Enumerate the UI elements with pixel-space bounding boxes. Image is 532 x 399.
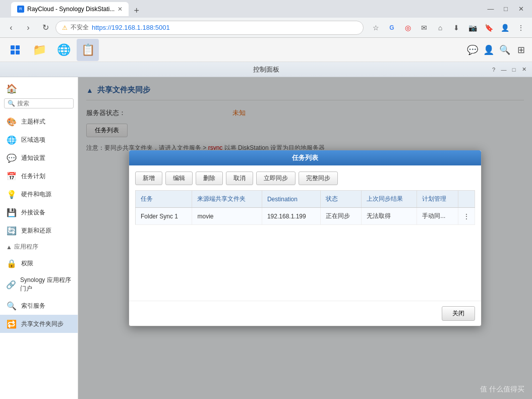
sidebar-task-label: 任务计划 (21, 172, 45, 181)
apps-section-arrow: ▲ (6, 244, 12, 251)
sidebar-item-appstore[interactable]: 🔗 Synology 应用程序门户 (0, 272, 78, 297)
sidebar-item-theme[interactable]: 🎨 主题样式 (0, 112, 78, 131)
apps-grid-icon (10, 44, 21, 55)
cell-destination: 192.168.1.199 (262, 208, 320, 225)
svg-rect-2 (11, 50, 15, 54)
col-task: 任务 (136, 191, 192, 208)
devices-icon: 💾 (6, 207, 17, 218)
sidebar-item-index[interactable]: 🔍 索引服务 (0, 297, 78, 315)
sidebar-item-perms[interactable]: 🔒 权限 (0, 254, 78, 272)
sidebar-perms-label: 权限 (21, 259, 33, 268)
cp-close-button[interactable]: ✕ (520, 66, 528, 73)
grid-icon-button[interactable]: ⊞ (514, 43, 528, 57)
window-controls: — □ ✕ (484, 2, 528, 16)
sidebar-theme-label: 主题样式 (21, 118, 45, 126)
cp-minimize-button[interactable]: — (500, 66, 508, 73)
bookmark-icon-button[interactable]: 🔖 (482, 21, 496, 35)
insecure-label: 不安全 (71, 23, 89, 32)
sidebar-item-power[interactable]: 💡 硬件和电源 (0, 185, 78, 203)
control-panel-button[interactable]: 📋 (77, 39, 99, 61)
table-header-row: 任务 来源端共享文件夹 Destination 状态 上次同步结果 计划管理 (136, 191, 475, 208)
address-input[interactable]: ⚠ 不安全 https://192.168.1.188:5001 (55, 21, 364, 35)
col-source: 来源端共享文件夹 (192, 191, 262, 208)
col-destination: Destination (262, 191, 320, 208)
security-warning-icon: ⚠ (62, 24, 68, 31)
cell-task: Folder Sync 1 (136, 208, 192, 225)
apps-grid-button[interactable] (4, 39, 26, 61)
cp-help-button[interactable]: ? (490, 66, 498, 73)
maximize-button[interactable]: □ (499, 2, 513, 16)
edit-task-button[interactable]: 编辑 (165, 172, 193, 185)
back-button[interactable]: ‹ (4, 21, 18, 35)
bookmark-star-button[interactable]: ☆ (369, 21, 383, 35)
sync-icon: 🔁 (6, 318, 17, 329)
sidebar-home-button[interactable]: 🏠 (2, 81, 76, 96)
task-table-body: Folder Sync 1 movie 192.168.1.199 正在同步 无… (136, 208, 475, 225)
opera-icon-button[interactable]: ◎ (401, 21, 415, 35)
mail-icon-button[interactable]: ✉ (417, 21, 431, 35)
region-icon: 🌐 (6, 134, 17, 145)
sidebar-item-devices[interactable]: 💾 外接设备 (0, 203, 78, 221)
refresh-button[interactable]: ↻ (38, 21, 52, 35)
svg-rect-3 (16, 50, 20, 54)
full-sync-button[interactable]: 完整同步 (299, 172, 338, 185)
home-icon: 🏠 (6, 83, 17, 94)
cell-source: movie (192, 208, 262, 225)
minimize-button[interactable]: — (484, 2, 498, 16)
address-bar: ‹ › ↻ ⚠ 不安全 https://192.168.1.188:5001 ☆… (0, 18, 532, 38)
sidebar-search-box[interactable]: 🔍 (4, 98, 74, 108)
menu-icon-button[interactable]: ⋮ (514, 21, 528, 35)
sidebar-item-sync[interactable]: 🔁 共享文件夹同步 (0, 315, 78, 333)
task-table-header: 任务 来源端共享文件夹 Destination 状态 上次同步结果 计划管理 (136, 191, 475, 208)
browser-app-button[interactable]: 🌐 (52, 39, 75, 61)
browser-tab[interactable]: R RayCloud - Synology DiskStati... ✕ (11, 2, 129, 16)
index-icon: 🔍 (6, 300, 17, 311)
sidebar-apps-section: ▲ 应用程序 (0, 240, 78, 254)
chat-icon-button[interactable]: 💬 (465, 43, 480, 57)
theme-icon: 🎨 (6, 116, 17, 127)
cancel-task-button[interactable]: 取消 (226, 172, 253, 185)
cp-titlebar: 控制面板 ? — □ ✕ (0, 62, 532, 77)
forward-button[interactable]: › (21, 21, 35, 35)
task-icon: 📅 (6, 170, 17, 182)
col-last-sync: 上次同步结果 (362, 191, 417, 208)
tab-close-btn[interactable]: ✕ (117, 6, 123, 13)
delete-task-button[interactable]: 删除 (196, 172, 223, 185)
sidebar-appstore-label: Synology 应用程序门户 (20, 276, 72, 293)
home-icon-button[interactable]: ⌂ (433, 21, 447, 35)
dialog-titlebar: 任务列表 (129, 150, 481, 165)
sidebar-item-task[interactable]: 📅 任务计划 (0, 167, 78, 185)
download-icon-button[interactable]: ⬇ (449, 21, 463, 35)
user-icon-button[interactable]: 👤 (482, 43, 496, 57)
profile-icon-button[interactable]: 👤 (498, 21, 512, 35)
col-schedule: 计划管理 (417, 191, 458, 208)
task-table: 任务 来源端共享文件夹 Destination 状态 上次同步结果 计划管理 (135, 190, 475, 225)
sidebar: 🏠 🔍 🎨 主题样式 🌐 区域选项 💬 通知设置 (0, 77, 78, 399)
cp-maximize-button[interactable]: □ (510, 66, 518, 73)
sync-now-button[interactable]: 立即同步 (256, 172, 295, 185)
cell-last-sync: 无法取得 (362, 208, 417, 225)
table-row[interactable]: Folder Sync 1 movie 192.168.1.199 正在同步 无… (136, 208, 475, 225)
sidebar-item-region[interactable]: 🌐 区域选项 (0, 131, 78, 149)
app-toolbar-right: 💬 👤 🔍 ⊞ (465, 43, 528, 57)
dialog-toolbar: 新增 编辑 删除 取消 立即同步 完整同步 (135, 172, 475, 185)
google-icon-button[interactable]: G (385, 21, 399, 35)
sidebar-search-input[interactable] (17, 100, 70, 107)
new-tab-button[interactable]: + (131, 6, 142, 16)
sidebar-item-update[interactable]: 🔄 更新和还原 (0, 221, 78, 240)
screenshot-icon-button[interactable]: 📷 (465, 21, 480, 35)
add-task-button[interactable]: 新增 (135, 172, 162, 185)
url-display[interactable]: https://192.168.1.188:5001 (92, 24, 170, 31)
close-window-button[interactable]: ✕ (514, 2, 528, 16)
cp-win-controls: ? — □ ✕ (490, 66, 528, 73)
close-dialog-button[interactable]: 关闭 (442, 306, 475, 321)
sidebar-notify-label: 通知设置 (21, 154, 45, 162)
apps-section-label: 应用程序 (14, 243, 38, 251)
control-panel-window: 控制面板 ? — □ ✕ 🏠 🔍 🎨 主题样式 (0, 62, 532, 399)
search-icon-button[interactable]: 🔍 (498, 43, 512, 57)
file-manager-button[interactable]: 📁 (28, 39, 50, 61)
sidebar-item-notify[interactable]: 💬 通知设置 (0, 149, 78, 167)
col-status: 状态 (320, 191, 362, 208)
sidebar-region-label: 区域选项 (21, 136, 45, 144)
svg-rect-0 (11, 45, 15, 49)
